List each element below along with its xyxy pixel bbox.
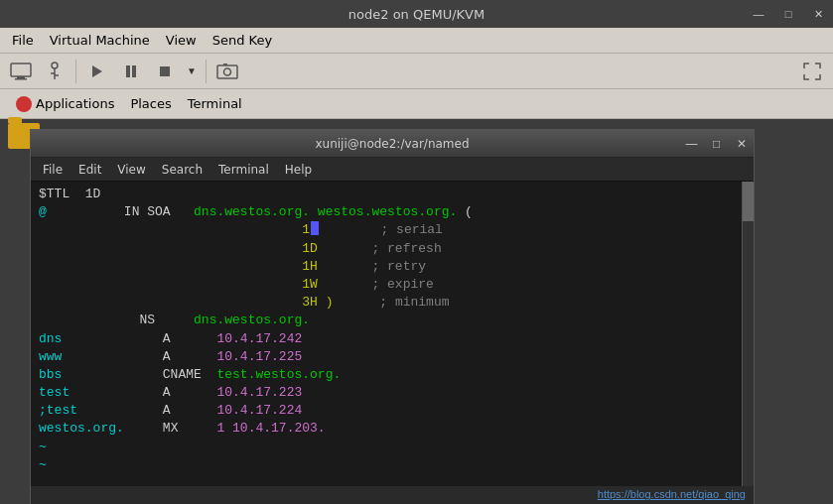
minimize-button[interactable]: — [744, 0, 773, 28]
terminal-close-button[interactable]: ✕ [729, 130, 754, 158]
maximize-button[interactable]: □ [773, 0, 803, 28]
scrollbar-thumb[interactable] [743, 182, 754, 221]
terminal-line-test2: ;test A 10.4.17.224 [39, 402, 746, 420]
svg-point-12 [224, 68, 231, 75]
menu-send-key[interactable]: Send Key [205, 31, 280, 50]
terminal-line-8: NS dns.westos.org. [39, 312, 746, 329]
pause-icon [123, 63, 139, 79]
ttl-line: $TTL 1D [39, 186, 100, 203]
terminal-line-tilde2: ~ [39, 456, 746, 474]
stop-icon [157, 63, 173, 79]
cursor [311, 221, 319, 235]
terminal-line-3: 1 ; serial [39, 221, 746, 239]
terminal-title-bar: xuniji@node2:/var/named — □ ✕ [31, 130, 754, 158]
terminal-menu-search[interactable]: Search [154, 161, 210, 179]
terminal-line-1: $TTL 1D [39, 186, 746, 203]
toolbar-dropdown-button[interactable]: ▼ [182, 58, 202, 85]
terminal-maximize-button[interactable]: □ [704, 130, 729, 158]
svg-rect-1 [17, 76, 25, 78]
terminal-line-dns: dns A 10.4.17.242 [39, 330, 746, 348]
terminal-title: xuniji@node2:/var/named [315, 137, 469, 151]
terminal-line-4: 1D ; refresh [39, 240, 746, 258]
svg-point-3 [52, 63, 58, 68]
terminal-content[interactable]: $TTL 1D @ IN SOA dns.westos.org. westos.… [31, 182, 754, 504]
usb-icon [46, 62, 64, 81]
terminal-line-7: 3H ) ; minimum [39, 294, 746, 312]
monitor-icon [10, 63, 32, 80]
terminal-line-test1: test A 10.4.17.223 [39, 384, 746, 402]
terminal-line-2: @ IN SOA dns.westos.org. westos.westos.o… [39, 203, 746, 221]
stop-button[interactable] [149, 58, 181, 85]
places-menu[interactable]: Places [122, 94, 179, 113]
terminal-menu-terminal[interactable]: Terminal [210, 161, 277, 179]
svg-rect-2 [15, 78, 27, 80]
svg-rect-13 [223, 63, 227, 65]
monitor-button[interactable] [5, 58, 37, 85]
terminal-label: Terminal [188, 96, 242, 111]
svg-rect-9 [132, 65, 136, 77]
terminal-window: xuniji@node2:/var/named — □ ✕ File Edit … [30, 129, 755, 504]
gnome-foot-icon [16, 96, 32, 112]
svg-rect-0 [11, 63, 31, 76]
main-title: node2 on QEMU/KVM [348, 7, 485, 22]
status-bar: https://blog.csdn.net/qiao_qing [31, 486, 754, 504]
fullscreen-icon [803, 63, 821, 80]
app-toolbar: ▼ [0, 54, 833, 89]
menu-view[interactable]: View [158, 31, 205, 50]
pause-button[interactable] [115, 58, 147, 85]
svg-marker-7 [92, 65, 102, 77]
applications-label: Applications [36, 96, 114, 111]
gnome-panel: Applications Places Terminal [0, 89, 833, 119]
terminal-line-5: 1H ; retry [39, 258, 746, 276]
terminal-line-tilde1: ~ [39, 439, 746, 456]
terminal-menu-help[interactable]: Help [277, 161, 320, 179]
toolbar-separator-1 [75, 60, 76, 83]
terminal-line-6: 1W ; expire [39, 276, 746, 294]
fullscreen-button[interactable] [796, 58, 828, 85]
terminal-line-westos: westos.org. MX 1 10.4.17.203. [39, 420, 746, 438]
applications-menu[interactable]: Applications [8, 94, 122, 114]
terminal-line-www: www A 10.4.17.225 [39, 348, 746, 366]
terminal-menu-edit[interactable]: Edit [70, 161, 109, 179]
terminal-menu-bar: File Edit View Search Terminal Help [31, 158, 754, 182]
terminal-minimize-button[interactable]: — [679, 130, 704, 158]
play-button[interactable] [81, 58, 113, 85]
terminal-title-controls: — □ ✕ [679, 130, 754, 158]
csdn-link[interactable]: https://blog.csdn.net/qiao_qing [598, 487, 746, 502]
toolbar-separator-2 [206, 60, 207, 83]
at-symbol: @ [39, 203, 47, 221]
title-bar-controls: — □ ✕ [744, 0, 833, 28]
terminal-menu[interactable]: Terminal [180, 94, 250, 113]
app-menu-bar: File Virtual Machine View Send Key [0, 28, 833, 54]
usb-button[interactable] [39, 58, 70, 85]
close-button[interactable]: ✕ [803, 0, 833, 28]
screenshot-icon [216, 63, 238, 80]
main-area: xuniji@node2:/var/named — □ ✕ File Edit … [0, 119, 833, 504]
svg-rect-11 [217, 65, 237, 78]
main-title-bar: node2 on QEMU/KVM — □ ✕ [0, 0, 833, 28]
places-label: Places [130, 96, 171, 111]
menu-virtual-machine[interactable]: Virtual Machine [42, 31, 158, 50]
play-icon [89, 63, 105, 79]
menu-file[interactable]: File [4, 31, 42, 50]
terminal-line-bbs: bbs CNAME test.westos.org. [39, 366, 746, 384]
svg-rect-8 [126, 65, 130, 77]
svg-rect-10 [160, 66, 170, 76]
terminal-menu-file[interactable]: File [35, 161, 70, 179]
terminal-menu-view[interactable]: View [109, 161, 153, 179]
screenshot-button[interactable] [211, 58, 243, 85]
terminal-scrollbar[interactable] [742, 182, 754, 504]
